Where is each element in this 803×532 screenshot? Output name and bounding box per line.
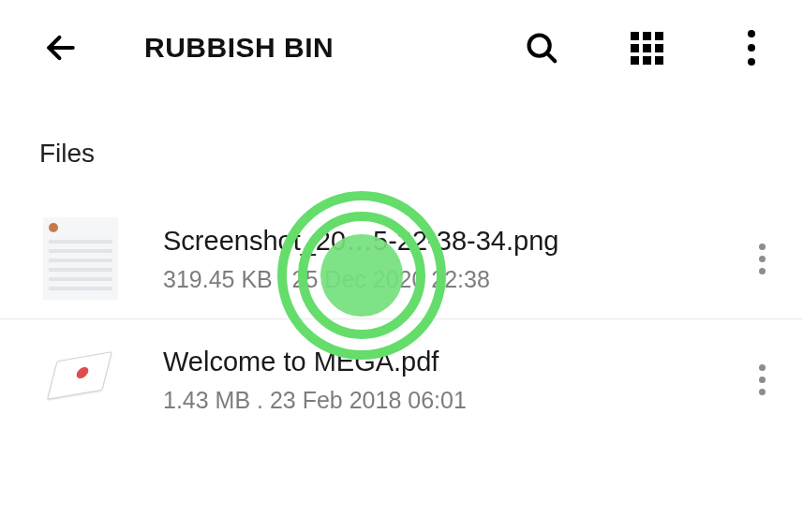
grid-icon [631,32,663,65]
file-more-button[interactable] [743,244,781,274]
file-row[interactable]: Welcome to MEGA.pdf 1.43 MB . 23 Feb 201… [0,319,803,439]
pdf-thumbnail-icon [45,352,116,406]
page-title: RUBBISH BIN [144,32,334,64]
svg-line-2 [547,53,555,61]
search-button[interactable] [516,22,567,73]
more-vertical-icon [748,30,755,66]
file-info: Welcome to MEGA.pdf 1.43 MB . 23 Feb 201… [163,345,732,413]
file-more-button[interactable] [743,364,781,395]
file-row[interactable]: Screenshot_20…5-22-38-34.png 319.45 KB .… [0,199,803,319]
file-list: Screenshot_20…5-22-38-34.png 319.45 KB .… [0,199,803,439]
file-meta: 1.43 MB . 23 Feb 2018 06:01 [163,387,732,414]
search-icon [524,30,559,66]
view-grid-button[interactable] [621,22,672,73]
file-name: Welcome to MEGA.pdf [163,345,732,378]
overflow-menu-button[interactable] [726,22,777,73]
file-thumbnail [39,217,122,300]
file-info: Screenshot_20…5-22-38-34.png 319.45 KB .… [163,224,732,292]
app-header: RUBBISH BIN [0,0,803,94]
screenshot-thumbnail-icon [43,217,118,300]
back-button[interactable] [41,28,81,67]
section-header-files: Files [0,94,803,182]
arrow-left-icon [43,30,79,66]
file-thumbnail [39,338,122,421]
file-name: Screenshot_20…5-22-38-34.png [163,224,732,258]
file-meta: 319.45 KB . 25 Dec 2020 22:38 [163,266,732,293]
